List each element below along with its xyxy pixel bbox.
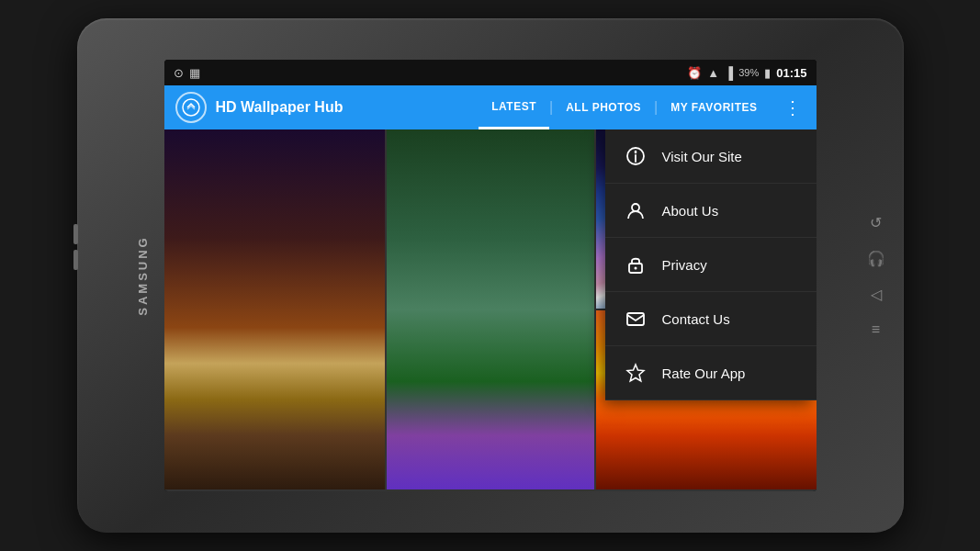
about-us-icon bbox=[624, 198, 648, 222]
side-icons: ↺ 🎧 ◁ ≡ bbox=[867, 214, 885, 338]
clock: 01:15 bbox=[776, 66, 806, 80]
screen: ⊙ ▦ ⏰ ▲ ▐ 39% ▮ 01:15 HD Wallpaper H bbox=[164, 60, 817, 491]
brand-label: SAMSUNG bbox=[136, 235, 150, 315]
nav-tabs: LATEST | ALL PHOTOS | MY FAVORITES bbox=[479, 85, 770, 129]
menu-icon: ≡ bbox=[872, 321, 880, 338]
privacy-icon bbox=[624, 253, 648, 276]
menu-item-privacy[interactable]: Privacy bbox=[605, 238, 817, 292]
about-us-label: About Us bbox=[662, 203, 719, 219]
alarm-icon: ⏰ bbox=[687, 66, 702, 80]
wifi-icon: ▲ bbox=[707, 66, 719, 80]
image-icon: ▦ bbox=[189, 66, 200, 80]
app-logo bbox=[175, 92, 207, 123]
visit-site-label: Visit Our Site bbox=[662, 149, 742, 164]
tab-my-favorites[interactable]: MY FAVORITES bbox=[658, 85, 770, 129]
status-left-icons: ⊙ ▦ bbox=[174, 66, 200, 80]
signal-icon: ▐ bbox=[725, 66, 733, 80]
main-content: Visit Our Site About Us bbox=[164, 129, 817, 491]
svg-rect-7 bbox=[627, 313, 644, 325]
menu-item-rate-app[interactable]: Rate Our App bbox=[605, 346, 817, 400]
whatsapp-icon: ⊙ bbox=[174, 66, 184, 80]
rate-app-label: Rate Our App bbox=[662, 365, 746, 381]
app-title: HD Wallpaper Hub bbox=[216, 99, 470, 116]
tab-latest[interactable]: LATEST bbox=[479, 85, 549, 129]
privacy-label: Privacy bbox=[662, 257, 707, 273]
svg-marker-8 bbox=[627, 365, 644, 381]
photo-cell-right[interactable] bbox=[387, 129, 594, 489]
svg-point-0 bbox=[183, 99, 199, 116]
menu-item-about-us[interactable]: About Us bbox=[605, 184, 817, 238]
contact-us-label: Contact Us bbox=[662, 311, 730, 327]
headphone-icon: 🎧 bbox=[867, 250, 885, 267]
volume-buttons bbox=[73, 224, 78, 270]
status-right-area: ⏰ ▲ ▐ 39% ▮ 01:15 bbox=[687, 66, 806, 80]
rate-app-icon bbox=[624, 361, 648, 385]
tablet-device: SAMSUNG ⊙ ▦ ⏰ ▲ ▐ 39% ▮ 01:15 bbox=[77, 18, 904, 533]
photo-cell-beach[interactable] bbox=[164, 129, 385, 489]
menu-item-visit-site[interactable]: Visit Our Site bbox=[605, 129, 817, 184]
volume-down-icon: ◁ bbox=[871, 286, 882, 303]
back-icon: ↺ bbox=[870, 214, 882, 231]
visit-site-icon bbox=[624, 144, 648, 168]
battery-icon: ▮ bbox=[764, 66, 771, 80]
app-bar: HD Wallpaper Hub LATEST | ALL PHOTOS | M… bbox=[164, 85, 817, 129]
svg-point-4 bbox=[632, 204, 639, 211]
battery-percent: 39% bbox=[738, 67, 759, 78]
overflow-menu-button[interactable]: ⋮ bbox=[780, 96, 805, 118]
dropdown-menu: Visit Our Site About Us bbox=[605, 129, 817, 400]
svg-point-6 bbox=[634, 267, 636, 270]
menu-item-contact-us[interactable]: Contact Us bbox=[605, 292, 817, 346]
contact-us-icon bbox=[624, 307, 648, 331]
status-bar: ⊙ ▦ ⏰ ▲ ▐ 39% ▮ 01:15 bbox=[164, 60, 817, 85]
tab-all-photos[interactable]: ALL PHOTOS bbox=[553, 85, 654, 129]
